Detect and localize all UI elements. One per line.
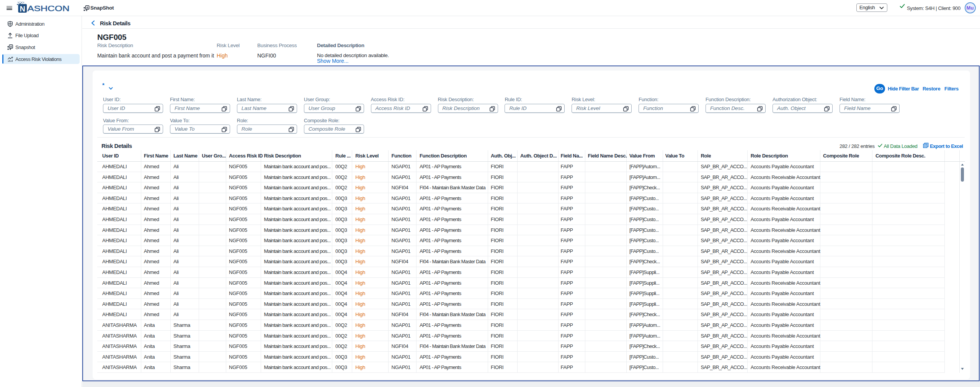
svg-text:ASHCON: ASHCON — [28, 4, 70, 13]
svg-text:N: N — [20, 5, 25, 13]
